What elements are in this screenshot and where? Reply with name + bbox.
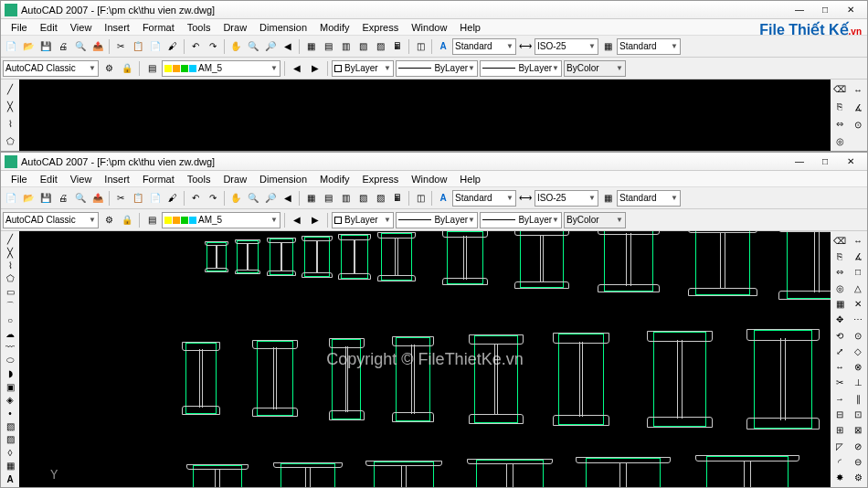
undo-icon[interactable]: ↶ (187, 38, 204, 55)
menu-insert[interactable]: Insert (100, 21, 134, 34)
ibeam-section[interactable] (396, 337, 430, 421)
line-icon[interactable]: ╱ (2, 81, 18, 98)
workspace-combo[interactable]: AutoCAD Classic▼ (3, 212, 99, 228)
layer-props-icon[interactable]: ▤ (143, 60, 160, 77)
publish-icon[interactable]: 📤 (90, 190, 106, 207)
save-icon[interactable]: 💾 (37, 38, 54, 55)
text-style-combo[interactable]: Standard▼ (452, 190, 516, 207)
snapmid-icon[interactable]: △ (850, 281, 866, 295)
dist-icon[interactable]: ↔ (850, 233, 866, 248)
hatch-icon[interactable]: ▧ (2, 420, 18, 432)
text-style-combo[interactable]: Standard▼ (452, 38, 516, 55)
snapcen-icon[interactable]: ⊙ (850, 328, 866, 343)
preview-icon[interactable]: 🔍 (72, 190, 89, 207)
menu-tools[interactable]: Tools (183, 173, 216, 186)
move-icon[interactable]: ✥ (831, 313, 848, 327)
ibeam-section[interactable] (257, 341, 293, 416)
ltype-combo[interactable]: ByLayer▼ (396, 60, 478, 77)
ibeam-section[interactable] (381, 233, 412, 281)
ibeam-section[interactable] (341, 235, 368, 279)
join-icon[interactable]: ⊞ (831, 423, 848, 438)
redo-icon[interactable]: ↷ (205, 190, 221, 207)
ellipse-icon[interactable]: ⬭ (2, 354, 18, 366)
ibeam-section[interactable] (706, 456, 789, 487)
menu-express[interactable]: Express (357, 173, 403, 186)
menu-format[interactable]: Format (138, 21, 179, 34)
print-icon[interactable]: 🖨 (55, 38, 71, 55)
cline-icon[interactable]: ╳ (2, 99, 18, 115)
props-icon[interactable]: ▦ (302, 190, 319, 207)
erase-icon[interactable]: ⌫ (831, 81, 848, 98)
menu-modify[interactable]: Modify (315, 21, 354, 34)
dimstyle-icon[interactable]: ⟷ (517, 190, 534, 207)
pan-icon[interactable]: ✋ (228, 38, 244, 55)
ssm-icon[interactable]: ▧ (355, 38, 371, 55)
erase-icon[interactable]: ⌫ (831, 233, 848, 248)
arc-icon[interactable]: ⌒ (2, 299, 18, 313)
pline-icon[interactable]: ⌇ (2, 260, 18, 271)
paste-icon[interactable]: 📄 (147, 38, 164, 55)
ssm-icon[interactable]: ▧ (355, 190, 371, 207)
ibeam-section[interactable] (695, 231, 750, 295)
snapend-icon[interactable]: □ (850, 265, 866, 280)
menu-draw[interactable]: Draw (218, 21, 251, 34)
menu-insert[interactable]: Insert (100, 173, 134, 186)
dim-style-combo[interactable]: ISO-25▼ (535, 190, 598, 207)
snapins-icon[interactable]: ⊡ (850, 407, 866, 421)
layer-props-icon[interactable]: ▤ (143, 212, 160, 228)
ws-settings-icon[interactable]: ⚙ (101, 212, 117, 228)
titlebar-2[interactable]: AutoCAD 2007 - [F:\pm ck\thu vien zw.dwg… (1, 153, 867, 171)
rect-icon[interactable]: ▭ (2, 286, 18, 298)
lweight-combo[interactable]: ByLayer▼ (480, 212, 562, 228)
mark-icon[interactable]: ▨ (372, 190, 388, 207)
ws-lock-icon[interactable]: 🔒 (119, 212, 135, 228)
osnap-icon[interactable]: ⚙ (850, 471, 866, 485)
lweight-combo[interactable]: ByLayer▼ (480, 60, 562, 77)
layer-state-icon[interactable]: ▶ (307, 212, 323, 228)
redo-icon[interactable]: ↷ (205, 38, 221, 55)
layer-combo[interactable]: AM_5▼ (162, 212, 281, 228)
region-icon[interactable]: ◊ (2, 447, 18, 459)
layer-combo[interactable]: AM_5▼ (162, 60, 281, 77)
ltype-combo[interactable]: ByLayer▼ (396, 212, 478, 228)
snapext-icon[interactable]: ⋯ (850, 313, 866, 327)
table-style-combo[interactable]: Standard▼ (617, 190, 681, 207)
drawing-canvas-2[interactable]: Copyright © FileThietKe.vn Y (19, 231, 831, 487)
table-icon[interactable]: ▦ (2, 460, 18, 472)
temp-icon[interactable]: ∡ (850, 249, 866, 263)
snapnear-icon[interactable]: ⊘ (850, 439, 866, 453)
ibeam-section[interactable] (476, 460, 544, 487)
cut-icon[interactable]: ✂ (112, 38, 129, 55)
undo-icon[interactable]: ↶ (187, 190, 204, 207)
ibeam-section[interactable] (787, 231, 831, 299)
be-icon[interactable]: ◫ (412, 190, 429, 207)
maximize-button[interactable]: □ (812, 154, 838, 169)
preview-icon[interactable]: 🔍 (72, 38, 89, 55)
snapnode-icon[interactable]: ⊠ (850, 423, 866, 438)
menu-tools[interactable]: Tools (183, 21, 216, 34)
break-icon[interactable]: ⊟ (831, 407, 848, 421)
zoom-icon[interactable]: 🔍 (245, 190, 261, 207)
snaptan-icon[interactable]: ⊗ (850, 360, 866, 375)
drawing-canvas-1[interactable] (19, 80, 831, 151)
tp-icon[interactable]: ▥ (337, 190, 354, 207)
circle-icon[interactable]: ○ (2, 314, 18, 326)
match-icon[interactable]: 🖌 (164, 38, 181, 55)
open-icon[interactable]: 📂 (20, 38, 37, 55)
zoom-icon[interactable]: 🔍 (245, 38, 261, 55)
ibeam-section[interactable] (185, 343, 217, 414)
publish-icon[interactable]: 📤 (90, 38, 106, 55)
tblstyle-icon[interactable]: ▦ (599, 38, 616, 55)
make-icon[interactable]: ◈ (2, 394, 18, 406)
ibeam-section[interactable] (520, 231, 564, 288)
dim-style-combo[interactable]: ISO-25▼ (535, 38, 598, 55)
line-icon[interactable]: ╱ (2, 233, 18, 245)
menu-view[interactable]: View (66, 21, 97, 34)
copy2-icon[interactable]: ⎘ (831, 99, 848, 115)
dc-icon[interactable]: ▤ (320, 190, 336, 207)
tp-icon[interactable]: ▥ (337, 38, 354, 55)
array-icon[interactable]: ▦ (831, 296, 848, 311)
ibeam-section[interactable] (374, 461, 434, 487)
new-icon[interactable]: 📄 (3, 190, 19, 207)
open-icon[interactable]: 📂 (20, 190, 37, 207)
